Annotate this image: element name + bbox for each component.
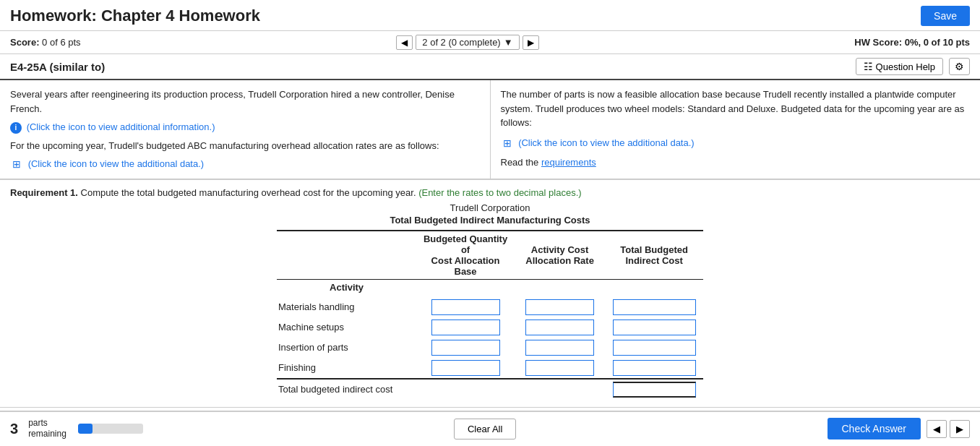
input-total-cost-0[interactable]	[613, 299, 696, 315]
main-content: Several years after reengineering its pr…	[0, 80, 980, 179]
score-left: Score: 0 of 6 pts	[10, 37, 81, 48]
left-panel: Several years after reengineering its pr…	[0, 80, 491, 179]
subheader-empty1	[416, 279, 515, 297]
nav-text: 2 of 2 (0 complete)	[422, 37, 500, 48]
left-info-link: i (Click the icon to view additional inf…	[10, 120, 480, 134]
footer-prev-button[interactable]: ◀	[927, 420, 947, 425]
next-question-button[interactable]: ▶	[523, 35, 539, 50]
col-activity-cost: Activity CostAllocation Rate	[515, 231, 605, 280]
left-text2: For the upcoming year, Trudell's budgete…	[10, 139, 480, 153]
row-val3-1	[605, 317, 703, 338]
hw-score-label: HW Score:	[854, 37, 902, 48]
list-icon: ☷	[864, 61, 873, 72]
row-val2-2	[515, 338, 605, 358]
row-val1-1	[416, 317, 515, 338]
subheader-activity: Activity	[277, 279, 416, 297]
grid-icon-right: ⊞	[501, 137, 514, 150]
question-help-area: ☷ Question Help ⚙	[856, 58, 970, 75]
table-subheader-row: Activity	[277, 279, 703, 297]
right-text1: The number of parts is now a feasible al…	[501, 87, 971, 130]
scrollable-area: Requirement 1. Compute the total budgete…	[0, 179, 980, 425]
footer-next-button[interactable]: ▶	[950, 420, 970, 425]
left-data-link: ⊞ (Click the icon to view the additional…	[10, 157, 480, 171]
grid-icon-left: ⊞	[10, 158, 23, 171]
input-activity-rate-3[interactable]	[525, 360, 594, 376]
question-help-button[interactable]: ☷ Question Help	[856, 58, 943, 75]
settings-button[interactable]: ⚙	[949, 58, 970, 75]
row-val3-3	[605, 358, 703, 379]
req-hint: (Enter the rates to two decimal places.)	[418, 187, 581, 198]
navigation-center: ◀ 2 of 2 (0 complete) ▼ ▶	[396, 35, 538, 50]
check-answer-button[interactable]: Check Answer	[828, 418, 921, 424]
row-val1-2	[416, 338, 515, 358]
save-button[interactable]: Save	[921, 6, 970, 26]
row-val2-1	[515, 317, 605, 338]
total-val-cell	[605, 379, 703, 400]
right-panel: The number of parts is now a feasible al…	[491, 80, 981, 179]
nav-dropdown-icon: ▼	[504, 37, 513, 48]
input-budget-qty-0[interactable]	[431, 299, 500, 315]
input-total-indirect[interactable]	[613, 382, 696, 398]
table-row: Machine setups	[277, 317, 703, 338]
input-total-cost-3[interactable]	[613, 360, 696, 376]
total-label: Total budgeted indirect cost	[277, 379, 605, 400]
row-val1-3	[416, 358, 515, 379]
info-icon: i	[10, 122, 22, 134]
table-body: Materials handling Machine setups	[277, 297, 703, 400]
subheader-empty3	[605, 279, 703, 297]
right-requirements: Read the requirements	[501, 155, 971, 170]
table-subtitle: Total Budgeted Indirect Manufacturing Co…	[10, 215, 970, 226]
row-label-2: Insertion of parts	[277, 338, 416, 358]
info-link[interactable]: (Click the icon to view additional infor…	[27, 121, 215, 132]
subheader-empty2	[515, 279, 605, 297]
nav-label[interactable]: 2 of 2 (0 complete) ▼	[416, 35, 519, 50]
col-total-budgeted: Total BudgetedIndirect Cost	[605, 231, 703, 280]
table-header-row: Budgeted Quantity ofCost Allocation Base…	[277, 231, 703, 280]
table-row: Insertion of parts	[277, 338, 703, 358]
table-area: Trudell Corporation Total Budgeted Indir…	[0, 198, 980, 407]
requirement-section: Requirement 1. Compute the total budgete…	[0, 180, 980, 198]
col-activity	[277, 231, 416, 280]
data-link-right[interactable]: (Click the icon to view the additional d…	[518, 137, 695, 148]
progress-bar-fill	[78, 424, 93, 424]
req-label: Requirement 1.	[10, 187, 78, 198]
score-label: Score:	[10, 37, 39, 48]
input-activity-rate-0[interactable]	[525, 299, 594, 315]
input-activity-rate-2[interactable]	[525, 340, 594, 356]
footer-left: 3 parts remaining	[10, 418, 143, 425]
question-header: E4-25A (similar to) ☷ Question Help ⚙	[0, 54, 980, 80]
score-row: Score: 0 of 6 pts ◀ 2 of 2 (0 complete) …	[0, 31, 980, 54]
table-row: Materials handling	[277, 297, 703, 317]
row-val2-3	[515, 358, 605, 379]
parts-number: 3	[10, 421, 18, 425]
requirements-link[interactable]: requirements	[541, 157, 596, 168]
read-text: Read the	[501, 157, 539, 168]
input-budget-qty-3[interactable]	[431, 360, 500, 376]
top-header: Homework: Chapter 4 Homework Save	[0, 0, 980, 31]
score-value: 0 of 6 pts	[42, 37, 80, 48]
left-text1: Several years after reengineering its pr…	[10, 87, 480, 116]
row-label-0: Materials handling	[277, 297, 416, 317]
question-help-label: Question Help	[876, 61, 935, 72]
input-total-cost-1[interactable]	[613, 320, 696, 335]
total-row: Total budgeted indirect cost	[277, 379, 703, 400]
input-budget-qty-1[interactable]	[431, 320, 500, 335]
prev-question-button[interactable]: ◀	[396, 35, 413, 50]
row-val3-2	[605, 338, 703, 358]
corp-title: Trudell Corporation	[10, 202, 970, 213]
input-budget-qty-2[interactable]	[431, 340, 500, 356]
row-val3-0	[605, 297, 703, 317]
row-label-3: Finishing	[277, 358, 416, 379]
input-activity-rate-1[interactable]	[525, 320, 594, 335]
col-budget-qty: Budgeted Quantity ofCost Allocation Base	[416, 231, 515, 280]
progress-bar	[78, 424, 143, 424]
row-val1-0	[416, 297, 515, 317]
input-total-cost-2[interactable]	[613, 340, 696, 356]
row-label-1: Machine setups	[277, 317, 416, 338]
gear-icon: ⚙	[955, 61, 964, 72]
data-link-left[interactable]: (Click the icon to view the additional d…	[28, 158, 205, 169]
parts-remaining-label: parts remaining	[28, 418, 66, 425]
clear-all-button[interactable]: Clear All	[454, 419, 516, 425]
right-data-link: ⊞ (Click the icon to view the additional…	[501, 136, 971, 150]
footer: 3 parts remaining Clear All Check Answer…	[0, 411, 980, 425]
